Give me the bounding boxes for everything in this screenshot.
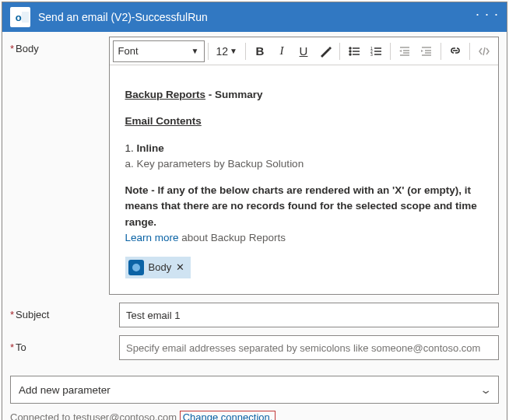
svg-point-4 xyxy=(349,54,351,55)
note-label: Note xyxy=(125,184,149,196)
chip-remove-icon[interactable]: ✕ xyxy=(176,260,184,275)
color-picker-button[interactable] xyxy=(314,40,336,62)
action-card: o⃞ Send an email (V2)-SuccessfulRun · · … xyxy=(2,2,507,420)
svg-text:3: 3 xyxy=(370,52,373,57)
add-parameter-dropdown[interactable]: Add new parameter ⌄ xyxy=(10,376,499,404)
content-list-1: Inline xyxy=(137,142,164,154)
editor-content[interactable]: Backup Reports - Summary Email Contents … xyxy=(110,65,498,294)
content-title-b: - Summary xyxy=(205,89,263,100)
content-title-a: Backup Reports xyxy=(125,89,206,100)
italic-button[interactable]: I xyxy=(271,40,293,62)
connected-text: Connected to testuser@contoso.com xyxy=(10,411,180,420)
change-connection-link[interactable]: Change connection. xyxy=(180,411,276,420)
card-header[interactable]: o⃞ Send an email (V2)-SuccessfulRun · · … xyxy=(2,2,507,32)
indent-button[interactable] xyxy=(416,40,437,62)
subject-label: *Subject xyxy=(10,303,119,320)
svg-point-2 xyxy=(349,51,351,52)
outdent-button[interactable] xyxy=(394,40,416,62)
connection-footer: Connected to testuser@contoso.com Change… xyxy=(2,408,507,420)
code-view-button[interactable] xyxy=(473,40,495,62)
numbered-list-button[interactable]: 123 xyxy=(365,40,387,62)
content-subtitle: Email Contents xyxy=(125,114,483,129)
caret-down-icon: ▼ xyxy=(230,47,237,55)
caret-down-icon: ▼ xyxy=(191,47,199,55)
bulleted-list-button[interactable] xyxy=(343,40,365,62)
dynamic-content-chip[interactable]: Body ✕ xyxy=(125,257,191,278)
font-size-selector[interactable]: 12 ▼ xyxy=(212,45,242,58)
form-body: *Body Font ▼ 12 ▼ B xyxy=(2,32,507,376)
content-list-1a: a. Key parameters by Backup Solution xyxy=(125,158,304,170)
underline-button[interactable]: U xyxy=(293,40,314,62)
to-label: *To xyxy=(10,335,119,353)
font-selector[interactable]: Font ▼ xyxy=(113,40,205,62)
to-input[interactable] xyxy=(119,335,499,360)
content-list-1-num: 1. xyxy=(125,142,137,154)
chip-label: Body xyxy=(149,260,172,275)
svg-point-0 xyxy=(349,47,351,49)
chevron-down-icon: ⌄ xyxy=(479,383,493,396)
editor-toolbar: Font ▼ 12 ▼ B I U xyxy=(110,37,498,65)
learn-more-link[interactable]: Learn more xyxy=(125,232,179,243)
bold-button[interactable]: B xyxy=(249,40,271,62)
subject-input[interactable] xyxy=(119,303,499,327)
chip-icon xyxy=(128,260,144,275)
link-button[interactable] xyxy=(444,40,466,62)
font-size-label: 12 xyxy=(216,45,229,58)
more-icon[interactable]: · · · xyxy=(476,10,499,24)
card-title: Send an email (V2)-SuccessfulRun xyxy=(38,11,476,23)
note-text: - If any of the below charts are rendere… xyxy=(125,184,477,228)
body-editor: Font ▼ 12 ▼ B I U xyxy=(109,37,499,295)
add-parameter-label: Add new parameter xyxy=(19,384,111,396)
svg-line-21 xyxy=(483,47,485,55)
outlook-icon: o⃞ xyxy=(10,7,30,27)
learn-more-rest: about Backup Reports xyxy=(179,232,286,243)
body-label: *Body xyxy=(10,37,109,54)
font-selector-label: Font xyxy=(118,45,139,57)
